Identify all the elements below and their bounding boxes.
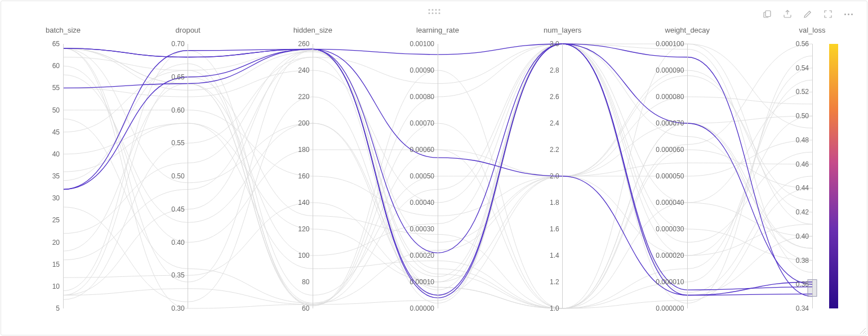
svg-text:45: 45: [52, 128, 60, 136]
svg-text:180: 180: [298, 146, 309, 154]
svg-text:hidden_size: hidden_size: [293, 26, 332, 34]
svg-text:1.4: 1.4: [550, 252, 559, 259]
svg-text:55: 55: [52, 84, 60, 92]
svg-text:50: 50: [52, 106, 60, 114]
svg-text:0.000050: 0.000050: [656, 172, 684, 180]
svg-text:5: 5: [56, 304, 60, 312]
svg-text:0.60: 0.60: [171, 106, 185, 114]
svg-text:1.0: 1.0: [550, 304, 559, 312]
svg-text:0.56: 0.56: [796, 40, 809, 48]
svg-text:15: 15: [52, 261, 60, 268]
axis-dropout[interactable]: dropout0.300.350.400.450.500.550.600.650…: [171, 26, 201, 312]
svg-text:0.000040: 0.000040: [656, 199, 684, 207]
svg-text:65: 65: [52, 40, 60, 48]
svg-text:0.00060: 0.00060: [410, 146, 435, 154]
svg-text:0.00020: 0.00020: [410, 252, 435, 259]
svg-text:60: 60: [302, 304, 310, 312]
svg-text:240: 240: [298, 66, 309, 74]
svg-text:1.6: 1.6: [550, 225, 559, 233]
svg-text:10: 10: [52, 283, 60, 290]
svg-text:val_loss: val_loss: [799, 26, 826, 34]
svg-text:60: 60: [52, 62, 60, 70]
svg-text:learning_rate: learning_rate: [416, 26, 459, 34]
svg-text:0.40: 0.40: [171, 239, 185, 247]
svg-text:0.44: 0.44: [796, 184, 809, 192]
svg-text:0.00090: 0.00090: [410, 66, 435, 74]
color-scale-bar: [829, 44, 838, 308]
svg-text:0.000080: 0.000080: [656, 93, 684, 101]
svg-text:0.00040: 0.00040: [410, 199, 435, 207]
svg-text:0.52: 0.52: [796, 88, 809, 96]
svg-text:0.00000: 0.00000: [410, 304, 435, 312]
axis-num_layers[interactable]: num_layers1.01.21.41.61.82.02.22.42.62.8…: [544, 26, 582, 312]
svg-text:0.00010: 0.00010: [410, 278, 435, 286]
chart-panel: batch_size5101520253035404550556065dropo…: [1, 1, 867, 335]
svg-text:2.0: 2.0: [550, 172, 559, 180]
svg-text:0.65: 0.65: [171, 73, 185, 81]
svg-text:200: 200: [298, 119, 309, 127]
svg-text:0.38: 0.38: [796, 257, 809, 265]
svg-text:0.000010: 0.000010: [656, 278, 684, 286]
svg-text:0.000020: 0.000020: [656, 252, 684, 259]
svg-text:0.54: 0.54: [796, 64, 809, 72]
svg-text:20: 20: [52, 239, 60, 247]
svg-text:dropout: dropout: [176, 26, 201, 34]
svg-text:0.000090: 0.000090: [656, 66, 684, 74]
svg-text:1.2: 1.2: [550, 278, 559, 286]
svg-text:batch_size: batch_size: [46, 26, 81, 34]
brush-selection[interactable]: [808, 280, 817, 297]
svg-text:0.00080: 0.00080: [410, 93, 435, 101]
svg-text:0.36: 0.36: [796, 280, 809, 288]
svg-text:140: 140: [298, 199, 309, 207]
axis-batch_size[interactable]: batch_size5101520253035404550556065: [46, 26, 81, 312]
axis-weight_decay[interactable]: weight_decay0.0000000.0000100.0000200.00…: [656, 26, 710, 312]
svg-text:2.6: 2.6: [550, 93, 559, 101]
svg-text:0.00050: 0.00050: [410, 172, 435, 180]
svg-text:1.8: 1.8: [550, 199, 559, 207]
svg-text:0.34: 0.34: [796, 304, 809, 312]
svg-text:120: 120: [298, 225, 309, 233]
svg-text:40: 40: [52, 150, 60, 158]
svg-text:0.46: 0.46: [796, 160, 809, 168]
svg-text:0.000000: 0.000000: [656, 304, 684, 312]
svg-text:0.42: 0.42: [796, 208, 809, 216]
svg-text:0.00030: 0.00030: [410, 225, 435, 233]
svg-text:0.000070: 0.000070: [656, 119, 684, 127]
svg-text:0.55: 0.55: [171, 139, 185, 147]
svg-text:0.40: 0.40: [796, 232, 809, 240]
svg-text:0.000030: 0.000030: [656, 225, 684, 233]
axis-hidden_size[interactable]: hidden_size60801001201401601802002202402…: [293, 26, 332, 312]
svg-text:80: 80: [302, 278, 310, 286]
svg-text:2.8: 2.8: [550, 66, 559, 74]
svg-text:2.4: 2.4: [550, 119, 559, 127]
svg-text:0.00070: 0.00070: [410, 119, 435, 127]
svg-text:num_layers: num_layers: [544, 26, 582, 34]
svg-text:100: 100: [298, 252, 309, 259]
svg-text:0.35: 0.35: [171, 271, 185, 279]
svg-text:35: 35: [52, 172, 60, 180]
svg-text:weight_decay: weight_decay: [665, 26, 710, 34]
svg-text:0.50: 0.50: [171, 172, 185, 180]
resize-handle[interactable]: [859, 327, 867, 335]
svg-text:0.70: 0.70: [171, 40, 185, 48]
svg-text:2.2: 2.2: [550, 146, 559, 154]
svg-text:0.000060: 0.000060: [656, 146, 684, 154]
svg-text:25: 25: [52, 216, 60, 224]
svg-text:0.45: 0.45: [171, 205, 185, 213]
svg-text:0.00100: 0.00100: [410, 40, 435, 48]
svg-text:30: 30: [52, 194, 60, 202]
svg-text:160: 160: [298, 172, 309, 180]
svg-text:220: 220: [298, 93, 309, 101]
svg-text:3.0: 3.0: [550, 40, 559, 48]
svg-text:0.30: 0.30: [171, 304, 185, 312]
svg-text:0.000100: 0.000100: [656, 40, 684, 48]
svg-text:0.50: 0.50: [796, 112, 809, 120]
svg-text:260: 260: [298, 40, 309, 48]
svg-text:0.48: 0.48: [796, 136, 809, 144]
parallel-coordinates-chart[interactable]: batch_size5101520253035404550556065dropo…: [1, 1, 868, 336]
